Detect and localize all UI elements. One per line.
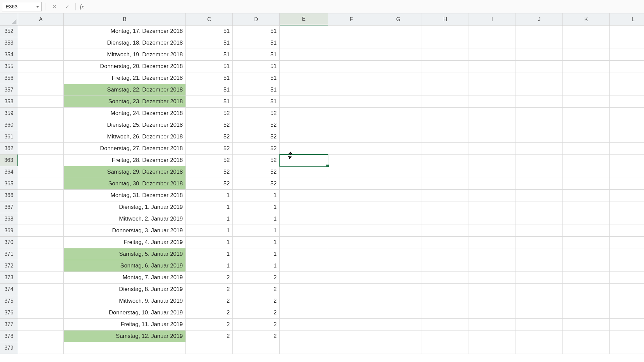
- cell-A379[interactable]: [18, 342, 64, 354]
- cell-H361[interactable]: [422, 131, 469, 143]
- cell-J355[interactable]: [516, 61, 563, 72]
- cell-C358[interactable]: 51: [186, 96, 233, 108]
- cell-B361[interactable]: Mittwoch, 26. Dezember 2018: [64, 131, 186, 143]
- cell-K369[interactable]: [563, 225, 610, 237]
- cell-I354[interactable]: [469, 49, 516, 61]
- cell-E360[interactable]: [280, 119, 328, 131]
- cell-I368[interactable]: [469, 213, 516, 225]
- cell-K375[interactable]: [563, 295, 610, 307]
- cell-A363[interactable]: [18, 155, 64, 166]
- cell-G367[interactable]: [375, 201, 422, 213]
- cell-L360[interactable]: [610, 119, 644, 131]
- cell-J363[interactable]: [516, 155, 563, 166]
- row-header-378[interactable]: 378: [0, 330, 18, 342]
- cell-H356[interactable]: [422, 72, 469, 84]
- cell-B373[interactable]: Montag, 7. Januar 2019: [64, 272, 186, 284]
- cell-C353[interactable]: 51: [186, 37, 233, 49]
- cell-C367[interactable]: 1: [186, 201, 233, 213]
- cell-G368[interactable]: [375, 213, 422, 225]
- row-header-367[interactable]: 367: [0, 201, 18, 213]
- cell-K373[interactable]: [563, 272, 610, 284]
- cell-A354[interactable]: [18, 49, 64, 61]
- cell-A370[interactable]: [18, 237, 64, 248]
- cell-I353[interactable]: [469, 37, 516, 49]
- row-header-363[interactable]: 363: [0, 155, 18, 166]
- cell-H370[interactable]: [422, 237, 469, 248]
- cell-G360[interactable]: [375, 119, 422, 131]
- row-header-359[interactable]: 359: [0, 108, 18, 119]
- cell-G353[interactable]: [375, 37, 422, 49]
- cell-F377[interactable]: [328, 319, 375, 330]
- cell-E376[interactable]: [280, 307, 328, 319]
- cell-J368[interactable]: [516, 213, 563, 225]
- row-header-358[interactable]: 358: [0, 96, 18, 108]
- cell-J375[interactable]: [516, 295, 563, 307]
- cell-F355[interactable]: [328, 61, 375, 72]
- cell-L363[interactable]: [610, 155, 644, 166]
- cell-E366[interactable]: [280, 190, 328, 201]
- cell-H379[interactable]: [422, 342, 469, 354]
- cell-L377[interactable]: [610, 319, 644, 330]
- cell-G357[interactable]: [375, 84, 422, 96]
- column-header-C[interactable]: C: [186, 13, 233, 25]
- row-header-354[interactable]: 354: [0, 49, 18, 61]
- cell-C352[interactable]: 51: [186, 25, 233, 37]
- cell-D358[interactable]: 51: [233, 96, 280, 108]
- cell-I373[interactable]: [469, 272, 516, 284]
- cell-G354[interactable]: [375, 49, 422, 61]
- cell-J366[interactable]: [516, 190, 563, 201]
- cell-L357[interactable]: [610, 84, 644, 96]
- cell-L372[interactable]: [610, 260, 644, 272]
- cell-E364[interactable]: [280, 166, 328, 178]
- row-header-361[interactable]: 361: [0, 131, 18, 143]
- cell-D363[interactable]: 52: [233, 155, 280, 166]
- cell-B354[interactable]: Mittwoch, 19. Dezember 2018: [64, 49, 186, 61]
- cell-A356[interactable]: [18, 72, 64, 84]
- cell-C357[interactable]: 51: [186, 84, 233, 96]
- cell-A372[interactable]: [18, 260, 64, 272]
- cell-D367[interactable]: 1: [233, 201, 280, 213]
- cell-E371[interactable]: [280, 248, 328, 260]
- cell-J372[interactable]: [516, 260, 563, 272]
- row-header-374[interactable]: 374: [0, 284, 18, 295]
- cell-F371[interactable]: [328, 248, 375, 260]
- cell-H353[interactable]: [422, 37, 469, 49]
- cell-J369[interactable]: [516, 225, 563, 237]
- row-header-362[interactable]: 362: [0, 143, 18, 155]
- cell-D375[interactable]: 2: [233, 295, 280, 307]
- cell-L376[interactable]: [610, 307, 644, 319]
- cell-B366[interactable]: Montag, 31. Dezember 2018: [64, 190, 186, 201]
- cell-J378[interactable]: [516, 330, 563, 342]
- cell-D376[interactable]: 2: [233, 307, 280, 319]
- cell-B360[interactable]: Dienstag, 25. Dezember 2018: [64, 119, 186, 131]
- cell-D372[interactable]: 1: [233, 260, 280, 272]
- cell-E372[interactable]: [280, 260, 328, 272]
- cell-I365[interactable]: [469, 178, 516, 190]
- cell-E370[interactable]: [280, 237, 328, 248]
- cell-G375[interactable]: [375, 295, 422, 307]
- cell-B379[interactable]: [64, 342, 186, 354]
- cell-C373[interactable]: 2: [186, 272, 233, 284]
- cell-C368[interactable]: 1: [186, 213, 233, 225]
- row-header-365[interactable]: 365: [0, 178, 18, 190]
- cell-C372[interactable]: 1: [186, 260, 233, 272]
- cell-E355[interactable]: [280, 61, 328, 72]
- cell-A375[interactable]: [18, 295, 64, 307]
- cell-I366[interactable]: [469, 190, 516, 201]
- cell-K366[interactable]: [563, 190, 610, 201]
- column-header-F[interactable]: F: [328, 13, 375, 25]
- row-header-355[interactable]: 355: [0, 61, 18, 72]
- cell-H372[interactable]: [422, 260, 469, 272]
- cell-F379[interactable]: [328, 342, 375, 354]
- cell-D366[interactable]: 1: [233, 190, 280, 201]
- cell-L354[interactable]: [610, 49, 644, 61]
- row-header-369[interactable]: 369: [0, 225, 18, 237]
- cell-A369[interactable]: [18, 225, 64, 237]
- cell-I361[interactable]: [469, 131, 516, 143]
- cell-D354[interactable]: 51: [233, 49, 280, 61]
- cell-I352[interactable]: [469, 25, 516, 37]
- column-header-B[interactable]: B: [64, 13, 186, 25]
- cell-F368[interactable]: [328, 213, 375, 225]
- cell-A377[interactable]: [18, 319, 64, 330]
- cell-E373[interactable]: [280, 272, 328, 284]
